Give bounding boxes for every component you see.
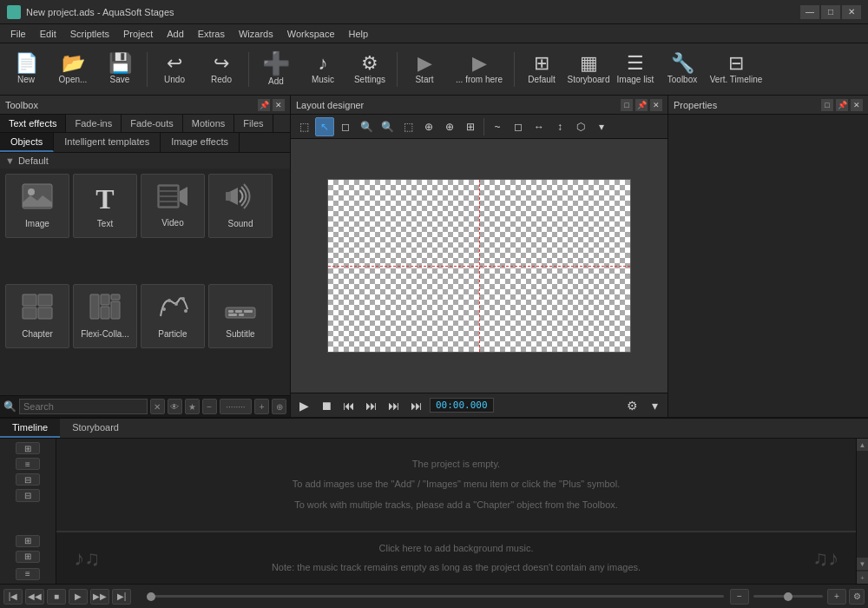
subtab-objects[interactable]: Objects xyxy=(0,133,54,152)
layout-grid-tool[interactable]: ⊕ xyxy=(419,117,438,136)
timeline-music-track[interactable]: ♪♫ Click here to add background music. N… xyxy=(56,532,856,584)
tl-ctrl-plus-zoom[interactable]: + xyxy=(827,589,846,605)
start-from-here-button[interactable]: ▶ ... from here xyxy=(449,46,510,93)
properties-undock-button[interactable]: □ xyxy=(821,99,833,111)
close-button[interactable]: ✕ xyxy=(842,5,861,19)
timeline-scroll-down[interactable]: ▼ xyxy=(857,558,869,570)
tool-particle[interactable]: Particle xyxy=(141,284,205,348)
search-range-button[interactable]: ········ xyxy=(220,399,252,414)
properties-close-button[interactable]: ✕ xyxy=(851,99,863,111)
layout-designer-pin-button[interactable]: 📌 xyxy=(635,99,648,111)
menu-wizards[interactable]: Wizards xyxy=(232,27,280,41)
playback-skip-end-button[interactable]: ⏭ xyxy=(407,396,426,415)
track-group-button[interactable]: ⊞ xyxy=(16,535,40,547)
layout-more-tool[interactable]: ⬡ xyxy=(571,117,590,136)
tl-ctrl-stop[interactable]: ■ xyxy=(47,589,66,605)
layout-align-right-tool[interactable]: ↕ xyxy=(550,117,569,136)
layout-zoom-fit-tool[interactable]: ⬚ xyxy=(398,117,418,136)
search-filter-button[interactable]: ⊕ xyxy=(272,399,286,414)
track-add-button[interactable]: ⊞ xyxy=(16,442,40,454)
layout-play-tool[interactable]: ◻ xyxy=(509,117,528,136)
toolbox-close-button[interactable]: ✕ xyxy=(273,99,285,111)
playback-menu-button[interactable]: ▾ xyxy=(645,396,664,415)
start-button[interactable]: ▶ Start xyxy=(402,46,447,93)
track-ungroup-button[interactable]: ⊞ xyxy=(16,551,40,563)
add-button[interactable]: ➕ Add xyxy=(253,46,299,93)
layout-zoom-out-tool[interactable]: 🔍 xyxy=(378,117,397,136)
menu-workspace[interactable]: Workspace xyxy=(280,27,342,41)
tool-flexi-collage[interactable]: Flexi-Colla... xyxy=(73,284,137,348)
menu-add[interactable]: Add xyxy=(160,27,191,41)
playback-play-button[interactable]: ▶ xyxy=(294,396,313,415)
tool-image[interactable]: Image xyxy=(5,174,69,238)
playback-skip-start-button[interactable]: ⏮ xyxy=(339,396,358,415)
music-button[interactable]: ♪ Music xyxy=(300,46,345,93)
tl-ctrl-play[interactable]: ▶ xyxy=(69,589,88,605)
redo-button[interactable]: ↪ Redo xyxy=(199,46,244,93)
timeline-position-slider[interactable] xyxy=(147,595,724,598)
layout-snap-tool[interactable]: ⊞ xyxy=(461,117,480,136)
new-button[interactable]: 📄 New xyxy=(3,46,49,93)
layout-designer-close-button[interactable]: ✕ xyxy=(650,99,662,111)
layout-align-left-tool[interactable]: ↔ xyxy=(529,117,549,136)
menu-scriptlets[interactable]: Scriptlets xyxy=(63,27,116,41)
image-list-button[interactable]: ☰ Image list xyxy=(613,46,658,93)
search-input[interactable] xyxy=(19,399,148,414)
tool-subtitle[interactable]: Subtitle xyxy=(208,284,273,348)
properties-pin-button[interactable]: 📌 xyxy=(836,99,848,111)
timeline-zoom-slider[interactable] xyxy=(753,595,823,598)
menu-project[interactable]: Project xyxy=(116,27,160,41)
layout-path-tool[interactable]: ~ xyxy=(488,117,507,136)
tl-ctrl-settings[interactable]: ⚙ xyxy=(849,589,865,605)
tab-timeline[interactable]: Timeline xyxy=(0,419,60,438)
track-up-button[interactable]: ⊟ xyxy=(16,473,40,486)
timeline-scroll-plus[interactable]: + xyxy=(857,572,869,584)
layout-rect-tool[interactable]: ◻ xyxy=(336,117,355,136)
timeline-scrollbar-track[interactable] xyxy=(857,451,868,558)
storyboard-button[interactable]: ▦ Storyboard xyxy=(566,46,611,93)
menu-edit[interactable]: Edit xyxy=(33,27,63,41)
search-star-button[interactable]: ★ xyxy=(185,399,200,414)
search-eye-button[interactable]: 👁 xyxy=(168,399,182,414)
playback-next-button[interactable]: ⏭ xyxy=(385,396,404,415)
tool-text[interactable]: T Text xyxy=(73,174,137,238)
undo-button[interactable]: ↩ Undo xyxy=(152,46,197,93)
tab-fade-ins[interactable]: Fade-ins xyxy=(66,115,122,132)
search-plus-button[interactable]: + xyxy=(254,399,269,414)
menu-file[interactable]: File xyxy=(3,27,33,41)
track-remove-button[interactable]: ≡ xyxy=(16,458,40,470)
maximize-button[interactable]: □ xyxy=(821,5,840,19)
default-layout-button[interactable]: ⊞ Default xyxy=(519,46,564,93)
tool-chapter[interactable]: Chapter xyxy=(5,284,69,348)
tl-ctrl-skip-start[interactable]: |◀ xyxy=(3,589,23,605)
vert-timeline-button[interactable]: ⊟ Vert. Timeline xyxy=(707,46,766,93)
layout-dropdown-tool[interactable]: ▾ xyxy=(592,117,611,136)
subtab-intelligent-templates[interactable]: Intelligent templates xyxy=(54,133,161,152)
save-button[interactable]: 💾 Save xyxy=(97,46,142,93)
settings-button[interactable]: ⚙ Settings xyxy=(347,46,392,93)
menu-extras[interactable]: Extras xyxy=(191,27,232,41)
open-button[interactable]: 📂 Open... xyxy=(50,46,95,93)
subtab-image-effects[interactable]: Image effects xyxy=(161,133,240,152)
menu-help[interactable]: Help xyxy=(342,27,376,41)
track-collapse-button[interactable]: ⊟ xyxy=(16,489,40,501)
toolbox-button[interactable]: 🔧 Toolbox xyxy=(660,46,705,93)
playback-stop-button[interactable]: ⏹ xyxy=(317,396,336,415)
tl-ctrl-skip-end[interactable]: ▶| xyxy=(112,589,131,605)
tab-files[interactable]: Files xyxy=(234,115,273,132)
timeline-empty-track[interactable]: The project is empty. To add images use … xyxy=(56,439,856,532)
minimize-button[interactable]: — xyxy=(800,5,819,19)
timeline-scroll-up[interactable]: ▲ xyxy=(857,439,869,451)
layout-zoom-in-tool[interactable]: 🔍 xyxy=(357,117,376,136)
tool-video[interactable]: Video xyxy=(141,174,205,238)
track-lock-button[interactable]: ≡ xyxy=(16,568,40,580)
toolbox-pin-button[interactable]: 📌 xyxy=(258,99,270,111)
tab-fade-outs[interactable]: Fade-outs xyxy=(122,115,183,132)
tl-ctrl-minus-zoom[interactable]: − xyxy=(730,589,749,605)
search-clear-button[interactable]: ✕ xyxy=(150,399,165,414)
tab-motions[interactable]: Motions xyxy=(183,115,235,132)
tab-storyboard[interactable]: Storyboard xyxy=(60,419,131,438)
tl-ctrl-prev-frame[interactable]: ◀◀ xyxy=(25,589,44,605)
layout-select-tool[interactable]: ⬚ xyxy=(294,117,313,136)
tl-ctrl-next-frame[interactable]: ▶▶ xyxy=(90,589,109,605)
